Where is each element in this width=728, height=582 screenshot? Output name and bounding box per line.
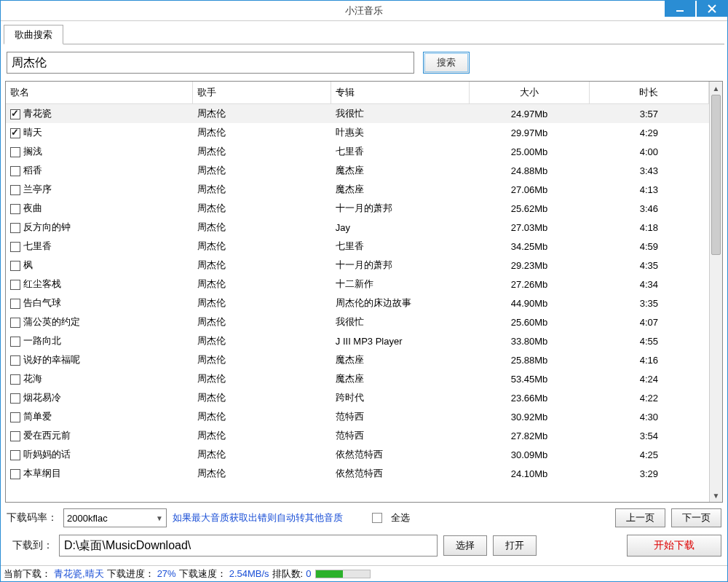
next-page-button[interactable]: 下一页 — [671, 508, 721, 527]
table-row[interactable]: 青花瓷周杰伦我很忙24.97Mb3:57 — [6, 104, 709, 124]
minimize-button[interactable] — [665, 1, 695, 17]
app-window: 小汪音乐 歌曲搜索 搜索 歌名 歌手 — [0, 0, 728, 582]
prev-page-button[interactable]: 上一页 — [615, 508, 665, 527]
col-header-artist[interactable]: 歌手 — [193, 82, 331, 104]
row-checkbox[interactable] — [10, 204, 20, 214]
window-title: 小汪音乐 — [345, 4, 383, 17]
search-input[interactable] — [7, 52, 414, 74]
table-row[interactable]: 搁浅周杰伦七里香25.00Mb4:00 — [6, 142, 709, 161]
row-checkbox[interactable] — [10, 393, 20, 404]
row-checkbox[interactable] — [10, 412, 20, 422]
cell-album: 七里香 — [331, 142, 470, 161]
row-checkbox[interactable] — [10, 261, 20, 271]
cell-name: 搁浅 — [23, 146, 42, 157]
cell-album: 魔杰座 — [331, 161, 470, 180]
row-checkbox[interactable] — [10, 147, 20, 157]
cell-size: 27.26Mb — [470, 275, 589, 294]
table-row[interactable]: 枫周杰伦十一月的萧邦29.23Mb4:35 — [6, 256, 709, 275]
row-checkbox[interactable] — [10, 431, 20, 441]
cell-name: 蒲公英的约定 — [23, 316, 80, 327]
cell-artist: 周杰伦 — [193, 369, 331, 388]
table-row[interactable]: 晴天周杰伦叶惠美29.97Mb4:29 — [6, 123, 709, 142]
table-row[interactable]: 听妈妈的话周杰伦依然范特西30.09Mb4:25 — [6, 445, 709, 464]
cell-duration: 3:29 — [589, 464, 708, 483]
search-button[interactable]: 搜索 — [423, 52, 470, 74]
table-row[interactable]: 爱在西元前周杰伦范特西27.82Mb3:54 — [6, 426, 709, 445]
row-checkbox[interactable] — [10, 223, 20, 233]
cell-name: 七里香 — [23, 240, 52, 251]
col-header-duration[interactable]: 时长 — [589, 82, 708, 104]
start-download-button[interactable]: 开始下载 — [627, 535, 721, 557]
row-checkbox[interactable] — [10, 450, 20, 460]
row-checkbox[interactable] — [10, 374, 20, 385]
table-row[interactable]: 夜曲周杰伦十一月的萧邦25.62Mb3:46 — [6, 199, 709, 218]
cell-duration: 3:46 — [589, 199, 708, 218]
table-row[interactable]: 说好的幸福呢周杰伦魔杰座25.88Mb4:16 — [6, 350, 709, 369]
download-row: 下载到： 选择 打开 开始下载 — [4, 530, 724, 562]
cell-artist: 周杰伦 — [193, 161, 331, 180]
row-checkbox[interactable] — [10, 337, 20, 347]
table-row[interactable]: 烟花易冷周杰伦跨时代23.66Mb4:22 — [6, 388, 709, 407]
cell-name: 红尘客栈 — [23, 278, 61, 289]
table-row[interactable]: 一路向北周杰伦J III MP3 Player33.80Mb4:55 — [6, 331, 709, 350]
cell-duration: 4:35 — [589, 256, 708, 275]
close-button[interactable] — [697, 1, 727, 17]
tab-bar: 歌曲搜索 — [4, 24, 724, 44]
table-row[interactable]: 告白气球周杰伦周杰伦的床边故事44.90Mb3:35 — [6, 294, 709, 312]
cell-duration: 4:55 — [589, 331, 708, 350]
cell-artist: 周杰伦 — [193, 237, 331, 256]
bitrate-select[interactable]: 2000kflac ▼ — [63, 508, 167, 527]
col-header-size[interactable]: 大小 — [470, 82, 589, 104]
cell-album: 周杰伦的床边故事 — [331, 294, 470, 312]
table-row[interactable]: 兰亭序周杰伦魔杰座27.06Mb4:13 — [6, 180, 709, 199]
cell-size: 29.97Mb — [470, 123, 589, 142]
row-checkbox[interactable] — [10, 318, 20, 328]
status-queue-label: 排队数: — [272, 567, 304, 581]
status-progress-label: 下载进度： — [107, 567, 154, 581]
cell-artist: 周杰伦 — [193, 312, 331, 331]
row-checkbox[interactable] — [10, 280, 20, 290]
cell-duration: 3:43 — [589, 161, 708, 180]
tab-song-search[interactable]: 歌曲搜索 — [4, 25, 63, 44]
results-table: 歌名 歌手 专辑 大小 时长 青花瓷周杰伦我很忙24.97Mb3:57晴天周杰伦… — [6, 82, 709, 483]
table-row[interactable]: 蒲公英的约定周杰伦我很忙25.60Mb4:07 — [6, 312, 709, 331]
scroll-up-icon[interactable]: ▲ — [710, 82, 722, 95]
cell-name: 烟花易冷 — [23, 392, 61, 403]
scroll-down-icon[interactable]: ▼ — [710, 489, 722, 502]
table-row[interactable]: 花海周杰伦魔杰座53.45Mb4:24 — [6, 369, 709, 388]
progress-fill — [316, 570, 343, 578]
choose-folder-button[interactable]: 选择 — [443, 535, 487, 556]
cell-artist: 周杰伦 — [193, 275, 331, 294]
row-checkbox[interactable] — [10, 185, 20, 195]
cell-artist: 周杰伦 — [193, 388, 331, 407]
row-checkbox[interactable] — [10, 128, 20, 138]
cell-album: 七里香 — [331, 237, 470, 256]
options-row: 下载码率： 2000kflac ▼ 如果最大音质获取出错则自动转其他音质 全选 … — [4, 503, 724, 530]
vertical-scrollbar[interactable]: ▲ ▼ — [709, 82, 722, 502]
status-speed-label: 下载速度： — [179, 567, 226, 581]
row-checkbox[interactable] — [10, 109, 20, 119]
download-path-input[interactable] — [59, 535, 438, 557]
col-header-album[interactable]: 专辑 — [331, 82, 470, 104]
table-row[interactable]: 七里香周杰伦七里香34.25Mb4:59 — [6, 237, 709, 256]
row-checkbox[interactable] — [10, 299, 20, 309]
row-checkbox[interactable] — [10, 355, 20, 366]
select-all-checkbox[interactable] — [372, 513, 382, 523]
row-checkbox[interactable] — [10, 166, 20, 176]
open-folder-button[interactable]: 打开 — [493, 535, 537, 556]
cell-artist: 周杰伦 — [193, 104, 331, 124]
table-row[interactable]: 本草纲目周杰伦依然范特西24.10Mb3:29 — [6, 464, 709, 483]
minimize-icon — [676, 4, 684, 13]
row-checkbox[interactable] — [10, 242, 20, 252]
table-row[interactable]: 稻香周杰伦魔杰座24.88Mb3:43 — [6, 161, 709, 180]
cell-name: 说好的幸福呢 — [23, 354, 80, 365]
table-row[interactable]: 反方向的钟周杰伦Jay27.03Mb4:18 — [6, 218, 709, 237]
cell-artist: 周杰伦 — [193, 218, 331, 237]
table-row[interactable]: 简单爱周杰伦范特西30.92Mb4:30 — [6, 407, 709, 426]
table-row[interactable]: 红尘客栈周杰伦十二新作27.26Mb4:34 — [6, 275, 709, 294]
scroll-thumb[interactable] — [711, 95, 721, 255]
row-checkbox[interactable] — [10, 469, 20, 479]
cell-artist: 周杰伦 — [193, 350, 331, 369]
cell-artist: 周杰伦 — [193, 123, 331, 142]
col-header-name[interactable]: 歌名 — [6, 82, 193, 104]
